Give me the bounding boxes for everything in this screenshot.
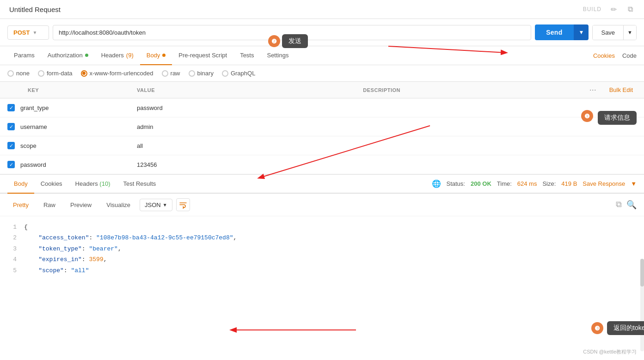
fmt-pretty[interactable]: Pretty [7, 199, 34, 211]
tab-settings[interactable]: Settings [260, 46, 295, 65]
th-value: VALUE [129, 83, 356, 98]
code-area[interactable]: 1 { 2 "access_token": "108e7b98-ba43-4a1… [0, 216, 644, 286]
tabs-bar: Params Authorization Headers (9) Body Pr… [0, 46, 644, 65]
row3-key-cell: scope [0, 136, 129, 155]
table-row: scope all [0, 136, 644, 155]
radio-urlencoded [81, 70, 87, 77]
tab-body[interactable]: Body [140, 46, 172, 65]
option-urlencoded[interactable]: x-www-form-urlencoded [81, 70, 153, 77]
callout-3-circle: ❸ [591, 322, 603, 334]
option-urlencoded-label: x-www-form-urlencoded [90, 70, 153, 77]
option-binary[interactable]: binary [189, 70, 214, 77]
tab-authorization-label: Authorization [48, 52, 83, 59]
line-content-1: { [24, 222, 637, 232]
send-arrow-button[interactable]: ▼ [574, 24, 589, 40]
row3-checkbox[interactable] [7, 142, 15, 149]
format-select[interactable]: JSON ▼ [140, 199, 172, 211]
time-label: Time: [497, 180, 512, 187]
url-input[interactable] [53, 25, 531, 40]
option-formdata-label: form-data [47, 70, 73, 77]
send-button[interactable]: Send [535, 24, 573, 40]
save-response-btn[interactable]: Save Response [583, 180, 625, 187]
tab-tests-label: Tests [240, 52, 254, 59]
row1-desc [387, 102, 644, 113]
resp-tab-testresults[interactable]: Test Results [117, 175, 162, 194]
scrollbar[interactable] [640, 259, 644, 351]
save-button[interactable]: Save [593, 25, 623, 40]
save-arrow-button[interactable]: ▼ [623, 25, 636, 40]
authorization-dot [85, 54, 88, 57]
radio-binary [189, 70, 195, 77]
option-none[interactable]: none [7, 70, 30, 77]
tab-params[interactable]: Params [7, 46, 41, 65]
th-actions: ··· Bulk Edit [582, 82, 644, 98]
body-options: none form-data x-www-form-urlencoded raw… [0, 65, 644, 82]
tab-prerequest-label: Pre-request Script [178, 52, 227, 59]
wrap-icon [179, 201, 187, 209]
row1-checkbox[interactable] [7, 104, 15, 111]
table-row: grant_type password [0, 98, 644, 117]
save-response-arrow[interactable]: ▼ [631, 180, 637, 187]
tab-params-label: Params [14, 52, 35, 59]
th-description: DESCRIPTION [356, 83, 582, 98]
response-tabs-bar: Body Cookies Headers (10) Test Results 🌐… [0, 174, 644, 194]
option-formdata[interactable]: form-data [38, 70, 73, 77]
code-line-1: 1 { [7, 222, 637, 232]
line-num-3: 3 [7, 244, 17, 254]
option-raw[interactable]: raw [162, 70, 180, 77]
cookies-link[interactable]: Cookies [593, 52, 615, 59]
title-bar-actions: BUILD ✏ ⧉ [583, 5, 635, 14]
tab-settings-label: Settings [267, 52, 288, 59]
line-num-1: 1 [7, 222, 17, 232]
tab-headers-label: Headers [101, 52, 124, 59]
fmt-visualize[interactable]: Visualize [101, 199, 136, 211]
resp-tab-cookies[interactable]: Cookies [34, 175, 69, 194]
code-line-4: 4 "expires_in": 3599, [7, 254, 637, 265]
code-line-2: 2 "access_token": "108e7b98-ba43-4a12-9c… [7, 232, 637, 243]
copy-code-icon[interactable]: ⧉ [616, 200, 622, 210]
edit-icon[interactable]: ✏ [609, 5, 618, 14]
fmt-preview[interactable]: Preview [65, 199, 97, 211]
code-link[interactable]: Code [622, 52, 637, 59]
line-num-4: 4 [7, 254, 17, 265]
row4-desc [387, 159, 644, 170]
option-graphql[interactable]: GraphQL [222, 70, 255, 77]
row4-key-cell: password [0, 155, 129, 174]
time-value: 624 ms [517, 180, 537, 187]
tab-body-label: Body [147, 52, 160, 59]
row2-key: username [20, 123, 47, 130]
resp-tab-body[interactable]: Body [7, 175, 34, 194]
radio-graphql [222, 70, 228, 77]
search-code-icon[interactable]: 🔍 [626, 200, 637, 210]
headers-count: (9) [126, 52, 134, 59]
fmt-raw[interactable]: Raw [38, 199, 61, 211]
request-bar: POST ▼ Send ▼ Save ▼ [0, 19, 644, 46]
size-label: Size: [542, 180, 556, 187]
table-row: username admin [0, 117, 644, 136]
bulk-edit-btn[interactable]: Bulk Edit [602, 82, 640, 98]
resp-tab-headers[interactable]: Headers (10) [69, 175, 117, 194]
line-content-3: "token_type": "bearer", [24, 244, 637, 254]
tab-authorization[interactable]: Authorization [41, 46, 95, 65]
globe-icon[interactable]: 🌐 [432, 179, 441, 188]
format-arrow: ▼ [163, 202, 167, 207]
option-none-label: none [16, 70, 30, 77]
row1-value: password [129, 99, 387, 117]
radio-raw [162, 70, 168, 77]
row2-checkbox[interactable] [7, 123, 15, 130]
tab-headers[interactable]: Headers (9) [95, 46, 140, 65]
method-select[interactable]: POST ▼ [7, 25, 49, 40]
row3-value: all [129, 137, 387, 155]
row4-value: 123456 [129, 156, 387, 174]
title-bar: Untitled Request BUILD ✏ ⧉ [0, 0, 644, 19]
row4-checkbox[interactable] [7, 161, 15, 168]
tab-tests[interactable]: Tests [233, 46, 260, 65]
option-binary-label: binary [197, 70, 214, 77]
copy-icon[interactable]: ⧉ [626, 5, 635, 14]
scrollbar-thumb [640, 259, 644, 287]
wrap-button[interactable] [176, 198, 190, 211]
tab-prerequest[interactable]: Pre-request Script [172, 46, 233, 65]
three-dots-icon[interactable]: ··· [586, 85, 600, 95]
row3-key: scope [20, 142, 37, 149]
fmt-right-icons: ⧉ 🔍 [616, 200, 637, 210]
